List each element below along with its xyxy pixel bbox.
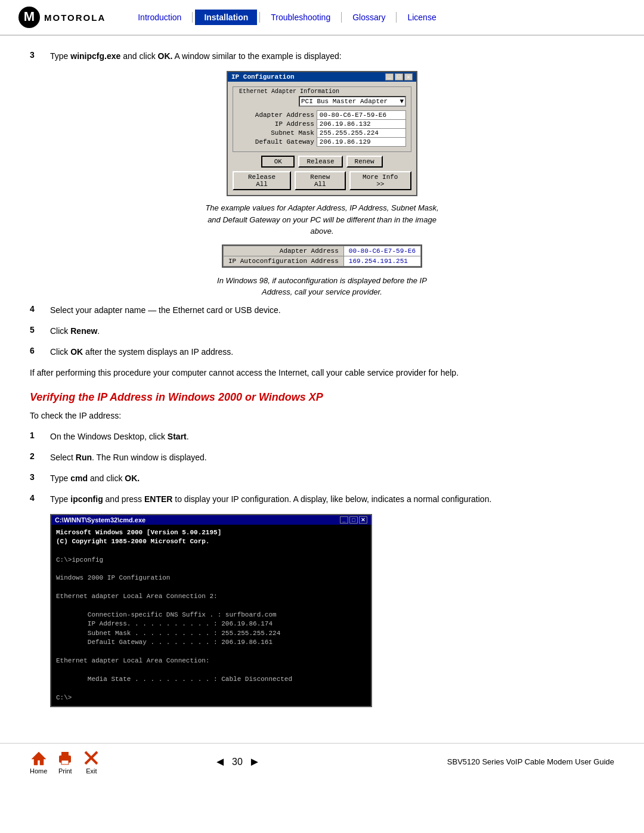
nav-glossary[interactable]: Glossary [344,10,394,24]
caption-2: In Windows 98, if autoconfiguration is d… [203,275,441,298]
subnet-mask-row: Subnet Mask 255.255.255.224 [238,129,406,138]
cmd-line-4: C:\>ipconfig [56,556,366,565]
step-5-text: Click Renew. [50,325,100,337]
cmd-window: C:\WINNT\System32\cmd.exe _ □ ✕ Microsof… [50,514,372,707]
default-gateway-label: Default Gateway [238,138,317,147]
adapter-dropdown[interactable]: PCI Bus Master Adapter ▼ [299,96,406,107]
mini-row-1: Adapter Address 00-80-C6-E7-59-E6 [223,246,420,256]
svg-rect-4 [61,752,69,757]
step-5: 5 Click Renew. [30,325,614,337]
home-icon [30,750,47,766]
step-b4-number: 4 [30,493,41,503]
close-btn[interactable]: ✕ [404,73,413,80]
caption-1: The example values for Adapter Address, … [203,202,441,237]
cmd-title-text: C:\WINNT\System32\cmd.exe [55,516,145,524]
step-3-number: 3 [30,50,41,60]
motorola-logo-icon: M [18,6,41,29]
prev-page-button[interactable]: ◄ [214,755,226,769]
cmd-line-16 [56,665,366,674]
adapter-info-group: Ethernet Adapter Information PCI Bus Mas… [233,86,411,152]
ip-config-body: Ethernet Adapter Information PCI Bus Mas… [228,82,416,195]
page-header: M MOTOROLA Introduction Installation Tro… [0,0,644,36]
nav-troubleshooting[interactable]: Troubleshooting [262,10,339,24]
svg-text:M: M [24,9,35,24]
exit-button[interactable]: Exit [83,750,100,775]
page-number: 30 [232,757,243,767]
ip-config-title: IP Configuration [231,73,295,80]
default-gateway-row: Default Gateway 206.19.86.129 [238,138,406,147]
cmd-line-9 [56,602,366,611]
nav-divider-3 [341,12,342,23]
cmd-line-6: Windows 2000 IP Configuration [56,574,366,583]
step-b3: 3 Type cmd and click OK. [30,472,614,485]
button-row-2: Release All Renew All More Info >> [233,171,411,190]
step-b4-text: Type ipconfig and press ENTER to display… [50,493,491,506]
cmd-line-19: C:\> [56,693,366,702]
footer-navigation: Home Print Exit [30,750,100,775]
more-info-button[interactable]: More Info >> [349,171,412,190]
cmd-line-8: Ethernet adapter Local Area Connection 2… [56,592,366,601]
cmd-minimize-btn[interactable]: _ [340,516,348,524]
mini-row-2: IP Autoconfiguration Address 169.254.191… [223,256,420,266]
step-b2: 2 Select Run. The Run window is displaye… [30,451,614,464]
ip-info-table: Adapter Address 00-80-C6-E7-59-E6 IP Add… [238,110,406,147]
nav-license[interactable]: License [399,10,444,24]
default-gateway-value: 206.19.86.129 [317,138,405,147]
mini-ip-table: Adapter Address 00-80-C6-E7-59-E6 IP Aut… [222,244,422,268]
ip-config-dialog: IP Configuration _ □ ✕ Ethernet Adapter … [227,71,417,196]
cmd-line-2: (C) Copyright 1985-2000 Microsoft Corp. [56,537,366,546]
cmd-line-10: Connection-specific DNS Suffix . : surfb… [56,611,366,620]
nav-divider-4 [396,12,397,23]
minimize-btn[interactable]: _ [385,73,394,80]
group-label: Ethernet Adapter Information [238,88,406,95]
step-4: 4 Select your adapter name — the Etherne… [30,304,614,317]
step-6-text: Click OK after the system displays an IP… [50,346,233,358]
maximize-btn[interactable]: □ [395,73,403,80]
print-button[interactable]: Print [57,750,73,775]
svg-rect-5 [61,760,69,764]
step-b3-text: Type cmd and click OK. [50,472,140,485]
step-3-text: Type winipcfg.exe and click OK. A window… [50,50,342,63]
cmd-titlebar-buttons: _ □ ✕ [340,516,367,524]
cmd-line-7 [56,583,366,592]
nav-divider-2 [259,12,260,23]
mini-table-container: Adapter Address 00-80-C6-E7-59-E6 IP Aut… [30,244,614,268]
cmd-line-17: Media State . . . . . . . . . . : Cable … [56,675,366,684]
cmd-line-12: Subnet Mask . . . . . . . . . . : 255.25… [56,629,366,638]
cmd-close-btn[interactable]: ✕ [359,516,367,524]
exit-icon [83,750,100,766]
step-6-number: 6 [30,346,41,355]
step-4-text: Select your adapter name — the Ethernet … [50,304,281,317]
logo-area: M MOTOROLA [18,6,106,29]
ip-address-label: IP Address [238,120,317,129]
release-all-button[interactable]: Release All [233,171,291,190]
renew-button[interactable]: Renew [346,156,383,168]
print-label: Print [58,767,72,775]
step-b3-number: 3 [30,472,41,482]
nav-introduction[interactable]: Introduction [129,10,190,24]
cmd-line-11: IP Address. . . . . . . . . . . : 206.19… [56,620,366,628]
release-button[interactable]: Release [298,156,342,168]
adapter-address-value: 00-80-C6-E7-59-E6 [317,111,405,120]
mini-adapter-label: Adapter Address [223,246,343,256]
section-heading: Verifying the IP Address in Windows 2000… [30,391,614,404]
renew-all-button[interactable]: Renew All [295,171,345,190]
dropdown-arrow-icon: ▼ [400,98,404,105]
home-label: Home [30,767,47,775]
cmd-maximize-btn[interactable]: □ [349,516,358,524]
svg-marker-2 [32,752,46,765]
subnet-mask-value: 255.255.255.224 [317,129,405,138]
dropdown-value: PCI Bus Master Adapter [301,98,388,105]
help-paragraph: If after performing this procedure your … [30,367,614,379]
motorola-brand-text: MOTOROLA [44,13,106,23]
home-button[interactable]: Home [30,750,47,775]
cmd-line-14 [56,648,366,657]
mini-autoconfig-value: 169.254.191.251 [343,256,420,266]
mini-table-data: Adapter Address 00-80-C6-E7-59-E6 IP Aut… [223,246,421,267]
step-5-number: 5 [30,325,41,335]
nav-installation[interactable]: Installation [195,10,257,25]
document-title: SBV5120 Series VoIP Cable Modem User Gui… [375,757,614,766]
step-3: 3 Type winipcfg.exe and click OK. A wind… [30,50,614,63]
next-page-button[interactable]: ► [249,755,261,769]
ok-button[interactable]: OK [261,156,295,168]
